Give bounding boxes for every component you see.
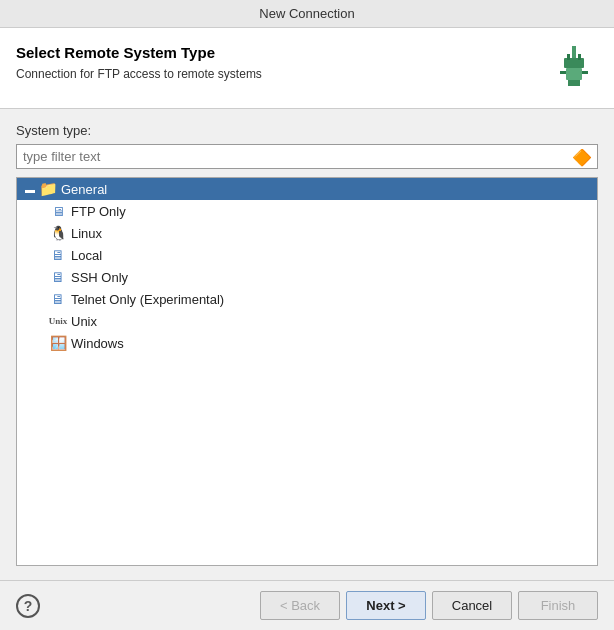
content-section: System type: 🔶 ▬ 📁 General 🖥 FTP Only 🐧 … [0, 109, 614, 580]
tree-item-windows[interactable]: 🪟 Windows [17, 332, 597, 354]
page-title: Select Remote System Type [16, 44, 262, 61]
tree-item-general[interactable]: ▬ 📁 General [17, 178, 597, 200]
connector-icon [550, 44, 598, 92]
footer-section: ? < Back Next > Cancel Finish [0, 580, 614, 630]
system-type-label: System type: [16, 123, 598, 138]
tree-item-unix[interactable]: Unix Unix [17, 310, 597, 332]
footer-buttons: < Back Next > Cancel Finish [260, 591, 598, 620]
telnet-icon: 🖥 [49, 291, 67, 307]
svg-rect-0 [572, 46, 576, 58]
tree-item-ftp-only[interactable]: 🖥 FTP Only [17, 200, 597, 222]
tree-list: ▬ 📁 General 🖥 FTP Only 🐧 Linux 🖥 Local [16, 177, 598, 566]
connector-svg-graphic [550, 44, 598, 92]
back-button[interactable]: < Back [260, 591, 340, 620]
ssh-icon: 🖥 [49, 269, 67, 285]
title-bar-label: New Connection [259, 6, 354, 21]
tree-item-telnet-only[interactable]: 🖥 Telnet Only (Experimental) [17, 288, 597, 310]
tree-item-local[interactable]: 🖥 Local [17, 244, 597, 266]
collapse-icon-general: ▬ [25, 184, 35, 195]
tree-item-label-windows: Windows [71, 336, 124, 351]
svg-rect-2 [567, 54, 570, 60]
footer-left: ? [16, 594, 40, 618]
tree-item-label-local: Local [71, 248, 102, 263]
new-connection-dialog: New Connection Select Remote System Type… [0, 0, 614, 630]
folder-icon-general: 📁 [39, 181, 57, 197]
filter-input-wrapper: 🔶 [16, 144, 598, 169]
tree-item-label-general: General [61, 182, 107, 197]
svg-rect-3 [578, 54, 581, 60]
local-icon: 🖥 [49, 247, 67, 263]
page-description: Connection for FTP access to remote syst… [16, 67, 262, 81]
windows-icon: 🪟 [49, 335, 67, 351]
title-bar: New Connection [0, 0, 614, 28]
filter-input[interactable] [16, 144, 598, 169]
svg-rect-7 [582, 71, 588, 74]
linux-icon: 🐧 [49, 225, 67, 241]
header-text: Select Remote System Type Connection for… [16, 44, 262, 81]
next-button[interactable]: Next > [346, 591, 426, 620]
svg-rect-6 [560, 71, 566, 74]
tree-item-label-ssh-only: SSH Only [71, 270, 128, 285]
svg-rect-5 [568, 80, 580, 86]
tree-item-ssh-only[interactable]: 🖥 SSH Only [17, 266, 597, 288]
help-button[interactable]: ? [16, 594, 40, 618]
tree-item-label-unix: Unix [71, 314, 97, 329]
unix-icon: Unix [49, 313, 67, 329]
filter-clear-icon[interactable]: 🔶 [572, 147, 592, 166]
ftp-icon: 🖥 [49, 203, 67, 219]
tree-item-linux[interactable]: 🐧 Linux [17, 222, 597, 244]
cancel-button[interactable]: Cancel [432, 591, 512, 620]
tree-item-label-ftp-only: FTP Only [71, 204, 126, 219]
finish-button[interactable]: Finish [518, 591, 598, 620]
tree-item-label-linux: Linux [71, 226, 102, 241]
tree-item-label-telnet-only: Telnet Only (Experimental) [71, 292, 224, 307]
header-section: Select Remote System Type Connection for… [0, 28, 614, 109]
svg-rect-4 [566, 68, 582, 80]
